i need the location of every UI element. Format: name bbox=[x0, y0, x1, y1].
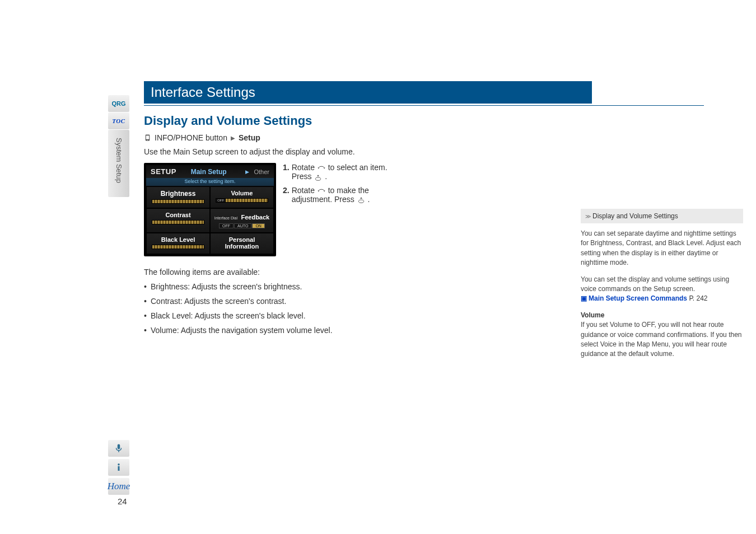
tip-header: ≫ Display and Volume Settings bbox=[581, 209, 743, 223]
device-personal-label: Personal bbox=[213, 236, 271, 243]
device-feedback-label: Feedback bbox=[241, 214, 269, 221]
chevron-right-icon: ▶ bbox=[231, 135, 235, 141]
svg-rect-1 bbox=[118, 466, 120, 471]
svg-point-2 bbox=[316, 177, 321, 180]
link-icon: ▣ bbox=[581, 294, 587, 302]
device-setup-label: SETUP bbox=[151, 167, 176, 176]
step1-pre: Rotate bbox=[292, 163, 317, 172]
device-volume-label: Volume bbox=[213, 190, 271, 196]
device-volume-cell: Volume OFF bbox=[210, 186, 274, 208]
device-contrast-cell: Contrast bbox=[146, 208, 210, 233]
breadcrumb-button: INFO/PHONE button bbox=[155, 133, 227, 142]
interface-dial-small: Interface Dial bbox=[214, 216, 237, 220]
play-icon: ▶ bbox=[245, 169, 249, 175]
item-desc: Adjusts the screen's black level. bbox=[195, 311, 306, 320]
device-screenshot: SETUP Main Setup ▶ Other Select the sett… bbox=[144, 163, 276, 256]
item-label: Contrast: bbox=[151, 297, 183, 306]
main-setup-commands-link[interactable]: Main Setup Screen Commands bbox=[589, 294, 687, 302]
tip-header-text: Display and Volume Settings bbox=[592, 212, 678, 220]
intro-text: Use the Main Setup screen to adjust the … bbox=[144, 147, 638, 156]
tip-paragraph: Volume If you set Volume to OFF, you wil… bbox=[581, 311, 743, 359]
home-button[interactable]: Home bbox=[108, 478, 129, 495]
seg-on: ON bbox=[252, 223, 265, 228]
item-desc: Adjusts the screen's contrast. bbox=[184, 297, 286, 306]
page-number: 24 bbox=[118, 496, 127, 506]
toc-button[interactable]: TOC bbox=[108, 113, 129, 129]
tip-paragraph: You can set the display and volume setti… bbox=[581, 275, 743, 304]
feedback-segments: OFF AUTO ON bbox=[213, 223, 271, 228]
breadcrumb: INFO/PHONE button ▶ Setup bbox=[144, 133, 638, 143]
rotate-dial-icon bbox=[317, 187, 326, 195]
seg-off: OFF bbox=[219, 223, 234, 228]
device-information-label: Information bbox=[213, 243, 271, 250]
rotate-dial-icon bbox=[317, 164, 326, 172]
step2-pre: Rotate bbox=[292, 186, 317, 195]
step-2: 2. Rotate to make the adjustment. Press … bbox=[283, 186, 400, 204]
step-1: 1. Rotate to select an item. Press . bbox=[283, 163, 400, 181]
press-dial-icon bbox=[357, 196, 366, 204]
device-subheader: Select the setting item. bbox=[146, 178, 274, 186]
item-label: Volume: bbox=[151, 326, 179, 335]
device-feedback-cell: Interface Dial Feedback OFF AUTO ON bbox=[210, 208, 274, 233]
device-other: Other bbox=[254, 168, 269, 175]
step2-end: . bbox=[368, 195, 370, 204]
chevrons-icon: ≫ bbox=[585, 213, 589, 219]
volume-off-seg: OFF bbox=[216, 199, 226, 202]
info-phone-icon bbox=[144, 133, 151, 143]
qrg-button[interactable]: QRG bbox=[108, 95, 129, 112]
brightness-bar bbox=[152, 199, 204, 204]
seg-auto: AUTO bbox=[234, 223, 251, 228]
blacklevel-bar bbox=[152, 245, 204, 249]
tip-paragraph: You can set separate daytime and nightti… bbox=[581, 229, 743, 268]
step1-end: . bbox=[325, 172, 327, 181]
press-dial-icon bbox=[314, 174, 323, 181]
item-label: Black Level: bbox=[151, 311, 193, 320]
page-ref: P. 242 bbox=[689, 294, 707, 302]
page-title: Interface Settings bbox=[144, 81, 592, 104]
list-item: Contrast: Adjusts the screen's contrast. bbox=[144, 297, 424, 306]
info-icon[interactable] bbox=[108, 459, 129, 476]
device-personal-cell: Personal Information bbox=[210, 233, 274, 254]
svg-point-3 bbox=[358, 200, 363, 203]
device-main-setup: Main Setup bbox=[191, 168, 227, 176]
breadcrumb-setup: Setup bbox=[239, 133, 260, 142]
item-label: Brightness: bbox=[151, 282, 190, 291]
svg-point-0 bbox=[118, 463, 119, 465]
device-contrast-label: Contrast bbox=[149, 212, 207, 218]
volume-heading: Volume bbox=[581, 311, 743, 320]
item-desc: Adjusts the screen's brightness. bbox=[192, 282, 302, 291]
list-item: Black Level: Adjusts the screen's black … bbox=[144, 311, 424, 320]
section-heading: Display and Volume Settings bbox=[144, 114, 638, 128]
items-intro: The following items are available: bbox=[144, 268, 424, 277]
voice-icon[interactable] bbox=[108, 440, 129, 457]
contrast-bar bbox=[152, 220, 204, 224]
list-item: Brightness: Adjusts the screen's brightn… bbox=[144, 282, 424, 291]
device-blacklevel-label: Black Level bbox=[149, 236, 207, 243]
device-blacklevel-cell: Black Level bbox=[146, 233, 210, 254]
item-desc: Adjusts the navigation system volume lev… bbox=[181, 326, 333, 335]
section-tab-system-setup[interactable]: System Setup bbox=[108, 130, 129, 197]
device-brightness-label: Brightness bbox=[149, 190, 207, 198]
volume-bar: OFF bbox=[216, 198, 268, 203]
device-brightness-cell: Brightness bbox=[146, 186, 210, 208]
list-item: Volume: Adjusts the navigation system vo… bbox=[144, 326, 424, 335]
